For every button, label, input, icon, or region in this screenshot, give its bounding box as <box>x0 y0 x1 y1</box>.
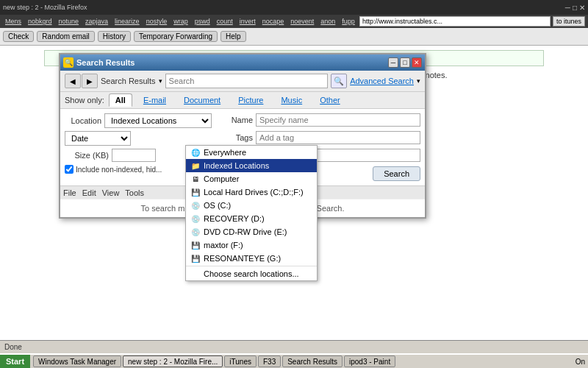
disk-c-icon: 💿 <box>190 200 201 210</box>
dropdown-item-indexed[interactable]: 📁 Indexed Locations <box>186 159 317 172</box>
menu-tools[interactable]: Tools <box>125 188 144 197</box>
disk-d-icon: 💿 <box>190 213 201 224</box>
temporary-forwarding-button[interactable]: Temporary Forwarding <box>134 31 218 42</box>
name-label: Name <box>216 116 253 124</box>
forward-arrow-button[interactable]: ▶ <box>82 74 98 88</box>
window-titlebar: 🔍 Search Results ─ □ ✕ <box>60 54 425 71</box>
start-button[interactable]: Start <box>0 355 30 368</box>
taskbar-items: Windows Task Manager new step : 2 - Mozi… <box>30 355 573 367</box>
window-controls: ─ □ ✕ <box>388 57 422 68</box>
dropdown-item-computer[interactable]: 🖥 Computer <box>186 172 317 185</box>
tags-input[interactable] <box>256 131 420 144</box>
taskbar-item-itunes[interactable]: iTunes <box>224 355 257 367</box>
bookmark-invert[interactable]: invert <box>237 17 258 26</box>
resonanteye-icon: 💾 <box>190 253 201 263</box>
dvd-icon: 💿 <box>190 227 201 237</box>
tags-label: Tags <box>216 133 253 142</box>
include-nonindexed-checkbox[interactable] <box>65 165 74 174</box>
check-button[interactable]: Check <box>3 31 34 42</box>
bookmark-nostyle[interactable]: nostyle <box>144 17 170 26</box>
close-icon[interactable]: ✕ <box>579 4 585 12</box>
dropdown-arrow[interactable]: ▾ <box>159 77 162 85</box>
search-go-button[interactable]: 🔍 <box>331 74 347 88</box>
taskbar-item-firefox[interactable]: new step : 2 - Mozilla Fire... <box>123 355 223 367</box>
browser-window: new step : 2 - Mozilla Firefox ─ □ ✕ Men… <box>0 0 588 368</box>
tab-document[interactable]: Document <box>177 93 227 107</box>
dropdown-item-choose[interactable]: Choose search locations... <box>186 267 317 280</box>
bookmark-pswd[interactable]: pswd <box>193 17 212 26</box>
search-button[interactable]: Search <box>373 166 420 181</box>
random-email-button[interactable]: Random email <box>37 31 94 42</box>
size-label: Size (KB) <box>65 151 109 160</box>
bookmark-wrap[interactable]: wrap <box>171 17 190 26</box>
tab-other[interactable]: Other <box>313 93 347 107</box>
maximize-icon[interactable]: □ <box>573 4 577 12</box>
taskbar-item-search[interactable]: Search Results <box>282 355 343 367</box>
location-dropdown: 🌐 Everywhere 📁 Indexed Locations 🖥 Compu… <box>185 145 318 281</box>
dropdown-item-localhard[interactable]: 💾 Local Hard Drives (C:;D:;F:) <box>186 185 317 199</box>
tab-email[interactable]: E-mail <box>137 93 173 107</box>
bookmark-anon[interactable]: anon <box>318 17 337 26</box>
bookmark-noevent[interactable]: noevent <box>288 17 316 26</box>
choose-icon <box>190 269 201 279</box>
back-arrow-button[interactable]: ◀ <box>65 74 81 88</box>
size-input[interactable] <box>112 149 156 162</box>
indexed-icon: 📁 <box>190 160 201 171</box>
history-button[interactable]: History <box>98 31 131 42</box>
dropdown-item-dvd-e[interactable]: 💿 DVD CD-RW Drive (E:) <box>186 225 317 238</box>
clock: On <box>576 358 585 366</box>
show-only-bar: Show only: All E-mail Document Picture M… <box>60 92 425 109</box>
dropdown-item-recovery-d[interactable]: 💿 RECOVERY (D:) <box>186 212 317 225</box>
advanced-search-expand-icon[interactable]: ▾ <box>417 77 420 85</box>
name-row: Name <box>216 113 420 127</box>
checkbox-label: Include non-indexed, hid... <box>76 166 162 174</box>
tab-music[interactable]: Music <box>274 93 309 107</box>
dropdown-item-everywhere[interactable]: 🌐 Everywhere <box>186 146 317 159</box>
dropdown-item-os-c[interactable]: 💿 OS (C:) <box>186 199 317 212</box>
tab-picture[interactable]: Picture <box>232 93 270 107</box>
location-select[interactable]: Indexed Locations <box>104 113 212 128</box>
minimize-icon[interactable]: ─ <box>565 4 570 12</box>
advanced-search-link[interactable]: Advanced Search <box>350 77 414 85</box>
restore-window-button[interactable]: □ <box>400 57 410 68</box>
close-window-button[interactable]: ✕ <box>412 57 422 68</box>
browser-toolbar: new step : 2 - Mozilla Firefox ─ □ ✕ <box>0 0 588 15</box>
dropdown-item-maxtor-f[interactable]: 💾 maxtor (F:) <box>186 238 317 252</box>
show-only-label: Show only: <box>65 96 104 105</box>
bookmark-zapjava[interactable]: zapjava <box>83 17 110 26</box>
taskbar-item-taskmgr[interactable]: Windows Task Manager <box>33 355 121 367</box>
go-to-itunes-button[interactable]: to itunes <box>553 16 585 26</box>
inner-search-toolbar: ◀ ▶ Search Results ▾ 🔍 Advanced Search ▾ <box>60 71 425 92</box>
tags-row: Tags <box>216 131 420 144</box>
bookmark-notune[interactable]: notune <box>57 17 82 26</box>
bookmark-count[interactable]: count <box>215 17 235 26</box>
help-button[interactable]: Help <box>220 31 246 42</box>
status-text: Done <box>4 343 22 351</box>
bookmark-nobkgrd[interactable]: nobkgrd <box>26 17 54 26</box>
dropdown-separator <box>186 266 317 266</box>
menu-edit[interactable]: Edit <box>82 188 96 197</box>
window-title: Search Results <box>76 58 385 67</box>
minimize-window-button[interactable]: ─ <box>388 57 398 68</box>
date-row: Date Date <box>65 131 212 146</box>
menu-file[interactable]: File <box>63 188 76 197</box>
hard-drive-icon: 💾 <box>190 187 201 197</box>
search-input[interactable] <box>165 74 329 88</box>
bookmark-linearize[interactable]: linearize <box>112 17 142 26</box>
date-select[interactable]: Date Date <box>65 131 131 146</box>
name-input[interactable] <box>256 113 420 127</box>
nav-arrows: ◀ ▶ <box>65 74 98 88</box>
bookmark-fupp[interactable]: fupp <box>340 17 357 26</box>
bookmark-mens[interactable]: Mens <box>3 17 24 26</box>
dropdown-item-resonanteye-g[interactable]: 💾 RESONANTEYE (G:) <box>186 252 317 265</box>
window-icon: 🔍 <box>63 57 74 68</box>
tab-all[interactable]: All <box>109 93 132 107</box>
taskbar-item-f33[interactable]: F33 <box>258 355 281 367</box>
taskbar-right: On <box>573 358 588 366</box>
bookmark-nocape[interactable]: nocape <box>260 17 287 26</box>
url-bar[interactable]: http://www.instructables.c... <box>359 16 551 26</box>
taskbar-item-paint[interactable]: ipod3 - Paint <box>344 355 395 367</box>
nav-bar: Check Random email History Temporary For… <box>0 28 588 46</box>
everywhere-icon: 🌐 <box>190 147 201 158</box>
menu-view[interactable]: View <box>102 188 120 197</box>
